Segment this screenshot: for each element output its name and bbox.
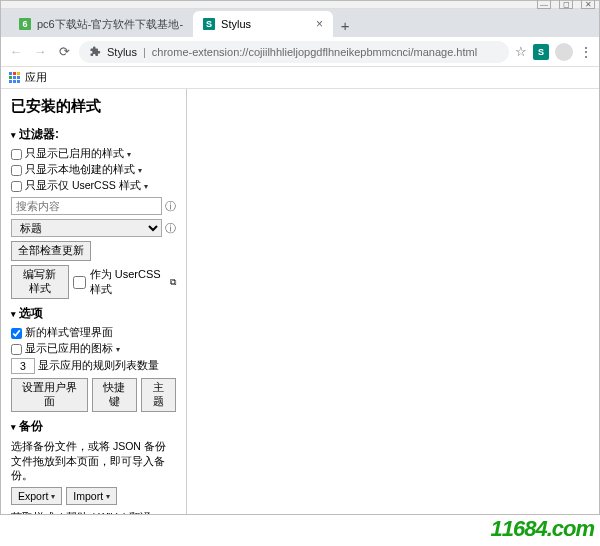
translate-link[interactable]: 翻译 — [129, 511, 151, 514]
favicon-stylus: S — [203, 18, 215, 30]
chrome-menu-icon[interactable]: ⋮ — [579, 44, 593, 60]
reload-button[interactable]: ⟳ — [55, 43, 73, 61]
bookmark-bar: 应用 — [1, 67, 599, 89]
rules-count-input[interactable] — [11, 358, 35, 374]
filter-usercss-label: 只显示仅 UserCSS 样式 — [25, 179, 141, 193]
opt-show-icon-label: 显示已应用的图标 — [25, 342, 113, 356]
close-window-button[interactable]: ✕ — [581, 0, 595, 9]
new-tab-button[interactable]: + — [333, 13, 357, 37]
apps-icon[interactable] — [9, 72, 21, 84]
check-updates-button[interactable]: 全部检查更新 — [11, 241, 91, 261]
tab-close-icon[interactable]: × — [316, 17, 323, 31]
help-link[interactable]: 帮助 — [66, 511, 88, 514]
address-bar: ← → ⟳ Stylus | chrome-extension://cojiil… — [1, 37, 599, 67]
minimize-button[interactable]: — — [537, 0, 551, 9]
stylus-extension-icon[interactable]: S — [533, 44, 549, 60]
filter-enabled-checkbox[interactable] — [11, 149, 22, 160]
backup-header[interactable]: 备份 — [11, 418, 176, 435]
chevron-down-icon[interactable]: ▾ — [116, 345, 120, 354]
chevron-down-icon[interactable]: ▾ — [127, 150, 131, 159]
theme-button[interactable]: 主题 — [141, 378, 176, 412]
watermark: 11684.com — [490, 516, 594, 542]
settings-ui-button[interactable]: 设置用户界面 — [11, 378, 88, 412]
export-button[interactable]: Export ▾ — [11, 487, 62, 505]
search-input[interactable] — [11, 197, 162, 215]
tab-title: Stylus — [221, 18, 310, 30]
maximize-button[interactable]: ◻ — [559, 0, 573, 9]
apps-label[interactable]: 应用 — [25, 70, 47, 85]
as-usercss-checkbox[interactable] — [73, 276, 86, 289]
tab-pc6[interactable]: 6 pc6下载站-官方软件下载基地- — [9, 11, 193, 37]
info-icon[interactable]: ⓘ — [165, 199, 176, 214]
shortcut-button[interactable]: 快捷键 — [92, 378, 137, 412]
filter-enabled-label: 只显示已启用的样式 — [25, 147, 124, 161]
tab-title: pc6下载站-官方软件下载基地- — [37, 17, 183, 32]
sidebar: 已安装的样式 过滤器: 只显示已启用的样式 ▾ 只显示本地创建的样式 ▾ 只显示… — [1, 89, 187, 514]
bookmark-star-icon[interactable]: ☆ — [515, 44, 527, 59]
external-link-icon[interactable]: ⧉ — [170, 277, 176, 288]
import-button[interactable]: Import ▾ — [66, 487, 117, 505]
rules-count-label: 显示应用的规则列表数量 — [38, 359, 159, 373]
as-usercss-label: 作为 UserCSS 样式 — [90, 267, 166, 297]
main-content — [187, 89, 599, 514]
url-text: chrome-extension://cojiilhhlieljopgdflhn… — [152, 46, 477, 58]
backup-description: 选择备份文件，或将 JSON 备份文件拖放到本页面，即可导入备份。 — [11, 439, 176, 483]
new-style-button[interactable]: 编写新样式 — [11, 265, 69, 299]
forward-button[interactable]: → — [31, 43, 49, 61]
tab-strip: 6 pc6下载站-官方软件下载基地- S Stylus × + — [1, 9, 599, 37]
page-title: 已安装的样式 — [11, 97, 176, 116]
options-header[interactable]: 选项 — [11, 305, 176, 322]
opt-new-ui-label: 新的样式管理界面 — [25, 326, 113, 340]
info-icon[interactable]: ⓘ — [165, 221, 176, 236]
favicon-pc6: 6 — [19, 18, 31, 30]
profile-avatar[interactable] — [555, 43, 573, 61]
extension-icon — [89, 46, 101, 58]
filter-usercss-checkbox[interactable] — [11, 181, 22, 192]
get-styles-link[interactable]: 获取样式 — [11, 511, 55, 514]
sort-select[interactable]: 标题 — [11, 219, 162, 237]
filter-local-label: 只显示本地创建的样式 — [25, 163, 135, 177]
opt-show-icon-checkbox[interactable] — [11, 344, 22, 355]
chevron-down-icon[interactable]: ▾ — [144, 182, 148, 191]
filters-header[interactable]: 过滤器: — [11, 126, 176, 143]
back-button[interactable]: ← — [7, 43, 25, 61]
url-prefix: Stylus — [107, 46, 137, 58]
url-box[interactable]: Stylus | chrome-extension://cojiilhhliel… — [79, 41, 509, 63]
opt-new-ui-checkbox[interactable] — [11, 328, 22, 339]
filter-local-checkbox[interactable] — [11, 165, 22, 176]
wiki-link[interactable]: Wiki — [98, 511, 118, 514]
chevron-down-icon[interactable]: ▾ — [138, 166, 142, 175]
tab-stylus[interactable]: S Stylus × — [193, 11, 333, 37]
